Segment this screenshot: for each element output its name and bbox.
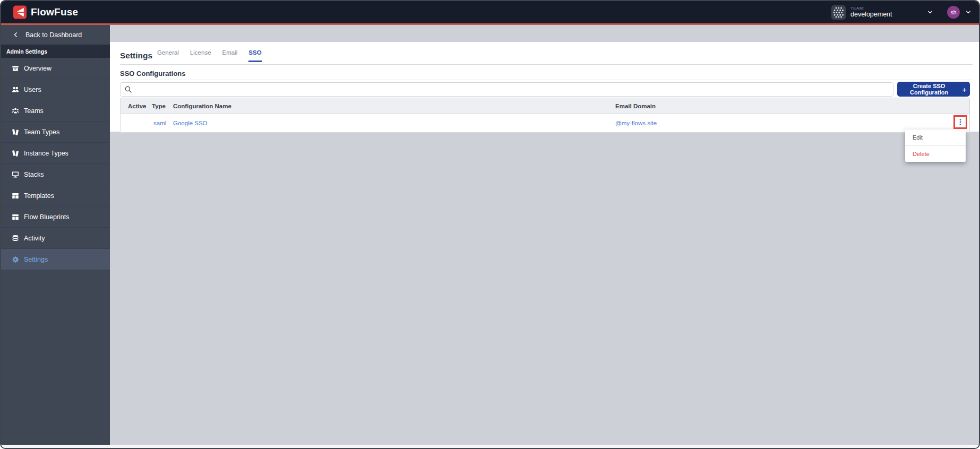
tab-email[interactable]: Email <box>222 49 238 62</box>
window-bottom-strip <box>1 445 979 448</box>
team-name: developement <box>850 11 892 18</box>
cell-type-link[interactable]: saml <box>152 120 173 126</box>
flowfuse-admin-window: FlowFuse T <box>0 0 980 449</box>
sidebar-item-label: Flow Blueprints <box>24 213 69 221</box>
sso-configurations-table: ActiveTypeConfiguration NameEmail Domain… <box>120 98 970 133</box>
tab-sso[interactable]: SSO <box>248 49 261 62</box>
gear-icon <box>12 256 19 263</box>
column-header-email-domain: Email Domain <box>615 103 952 109</box>
sidebar: Back to Dashboard Admin Settings Overvie… <box>1 25 110 445</box>
sidebar-item-activity[interactable]: Activity <box>1 228 110 249</box>
section-divider <box>120 80 973 80</box>
sidebar-item-label: Stacks <box>24 171 44 178</box>
sidebar-item-label: Activity <box>24 235 45 242</box>
page-title: Settings <box>120 51 152 61</box>
table-header-row: ActiveTypeConfiguration NameEmail Domain <box>121 98 969 114</box>
column-header-active: Active <box>121 103 152 109</box>
monitor-icon <box>12 171 19 178</box>
back-to-dashboard-button[interactable]: Back to Dashboard <box>1 25 110 45</box>
settings-tabs: GeneralLicenseEmailSSO <box>157 49 262 62</box>
cell-email-domain-link[interactable]: @my-flows.site <box>615 120 952 126</box>
tab-general[interactable]: General <box>157 49 179 62</box>
sidebar-item-label: Users <box>24 86 41 93</box>
tag-icon <box>12 150 19 157</box>
overview-icon <box>12 65 19 72</box>
sidebar-item-label: Instance Types <box>24 150 68 157</box>
table-row: samlGoogle SSO@my-flows.site <box>121 114 969 132</box>
menu-item-delete[interactable]: Delete <box>905 145 966 162</box>
sidebar-item-teams[interactable]: Teams <box>1 100 110 122</box>
tabs-divider <box>120 64 973 65</box>
sidebar-item-instance-types[interactable]: Instance Types <box>1 143 110 164</box>
brand-name: FlowFuse <box>31 6 78 18</box>
brand: FlowFuse <box>13 5 78 19</box>
sidebar-item-flow-blueprints[interactable]: Flow Blueprints <box>1 206 110 228</box>
create-sso-configuration-button[interactable]: Create SSO Configuration + <box>897 82 970 97</box>
sidebar-item-label: Settings <box>24 256 48 263</box>
admin-settings-section-label: Admin Settings <box>1 45 110 58</box>
user-avatar: sh <box>947 6 960 19</box>
teams-icon <box>12 107 19 115</box>
chevron-down-icon <box>927 9 933 15</box>
sidebar-item-team-types[interactable]: Team Types <box>1 122 110 143</box>
sidebar-item-stacks[interactable]: Stacks <box>1 164 110 185</box>
team-grid-avatar <box>831 5 846 20</box>
column-header-configuration-name: Configuration Name <box>173 103 615 109</box>
template-icon <box>12 213 19 221</box>
row-actions-kebab-button[interactable] <box>957 118 964 126</box>
sidebar-item-label: Overview <box>24 65 51 72</box>
chevron-left-icon <box>13 32 19 38</box>
table-body: samlGoogle SSO@my-flows.site <box>121 114 969 132</box>
plus-icon: + <box>962 85 967 94</box>
sidebar-item-label: Teams <box>24 107 44 115</box>
sidebar-item-label: Templates <box>24 192 54 200</box>
sidebar-item-settings[interactable]: Settings <box>1 249 110 270</box>
tag-icon <box>12 128 19 136</box>
chevron-down-icon <box>965 9 972 15</box>
team-label: TEAM: <box>850 6 892 11</box>
search-input[interactable] <box>135 82 893 97</box>
user-menu[interactable]: sh <box>947 6 972 19</box>
users-icon <box>12 86 19 93</box>
sso-configurations-title: SSO Configurations <box>120 70 186 77</box>
sidebar-nav: OverviewUsersTeamsTeam TypesInstance Typ… <box>1 58 110 270</box>
template-icon <box>12 192 19 200</box>
search-icon <box>124 85 132 93</box>
database-icon <box>12 235 19 242</box>
sidebar-item-overview[interactable]: Overview <box>1 58 110 79</box>
row-context-menu: EditDelete <box>905 129 966 162</box>
column-header-type: Type <box>152 103 173 109</box>
tab-license[interactable]: License <box>190 49 211 62</box>
menu-item-edit[interactable]: Edit <box>905 129 966 145</box>
sidebar-item-templates[interactable]: Templates <box>1 185 110 206</box>
settings-panel: Settings GeneralLicenseEmailSSO SSO Conf… <box>110 42 979 132</box>
sidebar-item-users[interactable]: Users <box>1 79 110 100</box>
flowfuse-logo-icon <box>13 5 27 19</box>
sidebar-item-label: Team Types <box>24 128 59 136</box>
topbar: FlowFuse T <box>1 1 979 23</box>
highlight-box <box>953 115 967 129</box>
team-selector[interactable]: TEAM: developement <box>831 5 933 20</box>
cell-configuration-name-link[interactable]: Google SSO <box>173 120 615 126</box>
accent-line <box>1 23 979 25</box>
back-to-dashboard-label: Back to Dashboard <box>25 31 82 39</box>
search-box <box>120 82 893 97</box>
